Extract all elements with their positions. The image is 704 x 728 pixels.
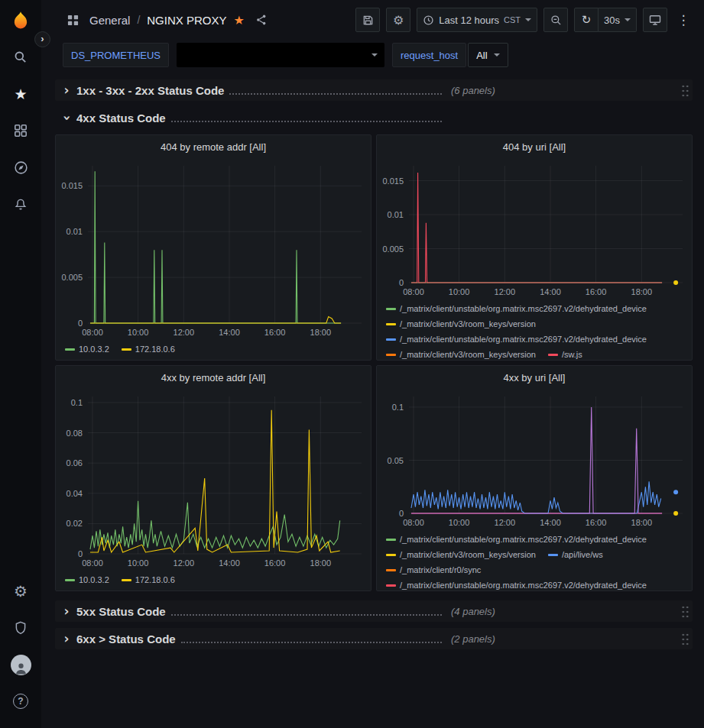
apps-grid-icon[interactable] [63,8,83,32]
avatar [11,655,31,675]
shield-icon [14,621,28,635]
time-series-chart[interactable]: 08:0010:0012:0014:0016:0018:0000.050.1 [377,389,692,530]
legend-series-swatch [386,554,396,556]
chevron-right-icon: › [61,84,72,97]
svg-text:0.01: 0.01 [67,227,83,236]
svg-text:0: 0 [78,549,83,558]
refresh-button-group: ↻ 30s [574,8,637,32]
time-series-chart[interactable]: 08:0010:0012:0014:0016:0018:0000.0050.01… [377,158,692,299]
breadcrumb: General / NGINX PROXY ★ [63,8,271,32]
zoom-out-button[interactable] [543,8,568,32]
panel-4xx-by-remote-addr: 4xx by remote addr [All] 08:0010:0012:00… [55,365,371,591]
sidebar-item-help[interactable]: ? [3,685,38,717]
row-label-wrap: 5xx Status Code [76,605,442,618]
row-title: 5xx Status Code [76,605,166,618]
navbar-actions: ⚙ Last 12 hours CST ↻ [355,8,693,32]
time-series-chart[interactable]: 08:0010:0012:0014:0016:0018:0000.0050.01… [56,158,371,340]
svg-text:0.1: 0.1 [71,398,83,407]
share-icon[interactable] [251,8,271,32]
panel-4xx-by-uri: 4xx by uri [All] 08:0010:0012:0014:0016:… [376,365,693,591]
chevron-down-icon [494,53,500,57]
panel-title[interactable]: 4xx by remote addr [All] [56,366,371,389]
request-host-label[interactable]: request_host [392,43,466,67]
legend-item[interactable]: /_matrix/client/v3/room_keys/version [386,547,536,562]
legend-item[interactable]: 172.18.0.6 [122,341,175,357]
legend-item[interactable]: /_matrix/client/unstable/org.matrix.msc2… [386,301,647,316]
svg-text:0.01: 0.01 [388,210,404,219]
datasource-value-dropdown[interactable] [177,43,384,67]
panel-title[interactable]: 404 by remote addr [All] [56,135,371,158]
legend-series-swatch [122,348,131,351]
legend-item[interactable]: 10.0.3.2 [65,341,109,357]
legend-item[interactable]: /_matrix/client/unstable/org.matrix.msc2… [386,532,647,547]
refresh-button[interactable]: ↻ [574,8,599,32]
row-toggle[interactable]: › 6xx > Status Code (2 panels) [55,633,693,645]
panel-title[interactable]: 404 by uri [All] [377,135,692,158]
legend-series-swatch [65,579,75,581]
legend-item[interactable]: /sw.js [548,347,582,360]
legend-item[interactable]: 10.0.3.2 [65,572,109,587]
svg-text:0.02: 0.02 [67,519,83,528]
refresh-interval-dropdown[interactable]: 30s [599,8,637,32]
legend-series-swatch [548,354,558,356]
svg-text:16:00: 16:00 [586,287,607,296]
sidebar-expand-button[interactable]: › [34,31,50,47]
svg-text:0: 0 [399,278,404,287]
gear-icon: ⚙ [14,582,28,600]
save-dashboard-button[interactable] [355,8,380,32]
breadcrumb-section[interactable]: General [89,14,130,27]
tv-mode-button[interactable] [643,8,667,32]
sidebar-item-alerting[interactable] [3,188,38,220]
svg-text:0.04: 0.04 [67,489,83,498]
row-label-wrap: 1xx - 3xx - 2xx Status Code [76,84,442,97]
svg-text:12:00: 12:00 [174,328,195,337]
legend-item[interactable]: /_matrix/client/unstable/org.matrix.msc2… [386,332,647,347]
legend-series-swatch [386,308,396,310]
panel-legend: /_matrix/client/unstable/org.matrix.msc2… [377,530,692,590]
svg-text:0.015: 0.015 [61,181,83,190]
grafana-logo[interactable] [3,5,38,37]
panel-404-by-remote-addr: 404 by remote addr [All] 08:0010:0012:00… [55,134,371,361]
sidebar: ★ ⚙ [0,0,41,728]
sidebar-item-explore[interactable] [3,151,38,183]
svg-text:08:00: 08:00 [82,328,103,337]
grafana-app: ★ ⚙ [0,0,704,728]
svg-text:18:00: 18:00 [310,328,332,337]
sidebar-item-search[interactable] [3,41,38,73]
row-label-wrap: 4xx Status Code [76,112,442,125]
row-toggle[interactable]: › 1xx - 3xx - 2xx Status Code (6 panels) [55,84,693,97]
request-host-variable: request_host All [392,43,508,67]
legend-item[interactable]: /_matrix/client/v3/room_keys/version [386,347,536,360]
row-drag-handle[interactable] [680,604,689,618]
sidebar-item-starred[interactable]: ★ [3,78,38,110]
row-drag-handle[interactable] [680,632,689,645]
panel-title[interactable]: 4xx by uri [All] [377,366,692,389]
legend-item[interactable]: /_matrix/client/unstable/org.matrix.msc2… [386,578,647,590]
sidebar-item-profile[interactable] [3,649,38,681]
chart-svg: 08:0010:0012:0014:0016:0018:0000.020.040… [56,389,371,571]
row-toggle[interactable]: › 4xx Status Code [55,112,693,125]
row-dotted-leader [171,608,442,616]
chart-svg: 08:0010:0012:0014:0016:0018:0000.050.1 [377,389,692,530]
time-range-picker[interactable]: Last 12 hours CST [417,8,537,32]
sidebar-item-dashboards[interactable] [3,115,38,147]
row-toggle[interactable]: › 5xx Status Code (4 panels) [55,605,693,618]
row-drag-handle[interactable] [680,83,689,97]
svg-text:14:00: 14:00 [540,518,561,527]
legend-item[interactable]: 172.18.0.6 [122,572,175,587]
legend-item[interactable]: /_matrix/client/r0/sync [386,562,481,578]
request-host-value-dropdown[interactable]: All [468,43,508,67]
legend-item[interactable]: /_matrix/client/v3/room_keys/version [386,316,536,332]
svg-text:10:00: 10:00 [128,558,149,568]
legend-item[interactable]: /api/live/ws [548,547,603,562]
dashboard-settings-button[interactable]: ⚙ [386,8,410,32]
sidebar-item-server-admin[interactable] [3,612,38,644]
row-dotted-leader [181,636,442,643]
favorite-star-icon[interactable]: ★ [233,13,244,28]
search-icon [14,50,28,64]
datasource-variable-label[interactable]: DS_PROMETHEUS [63,43,169,67]
time-series-chart[interactable]: 08:0010:0012:0014:0016:0018:0000.020.040… [56,389,371,571]
more-options-kebab[interactable]: ⋮ [673,8,693,32]
svg-text:14:00: 14:00 [219,558,240,568]
sidebar-item-configuration[interactable]: ⚙ [3,575,38,607]
